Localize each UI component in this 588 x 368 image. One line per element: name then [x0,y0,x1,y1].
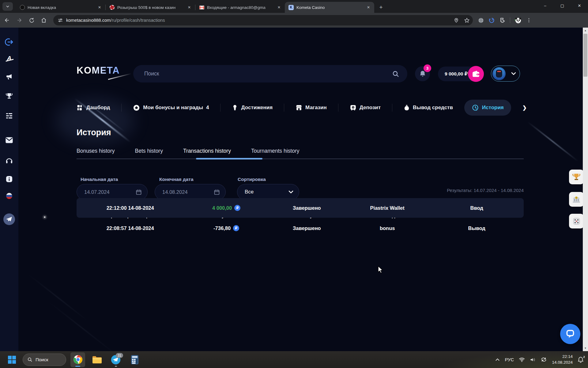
results-range-text: Результаты: 14.07.2024 - 14.08.2024 [447,188,524,193]
wallet-button[interactable] [468,66,484,82]
telegram-icon[interactable] [3,213,15,225]
search-icon[interactable] [392,70,399,78]
nav-withdraw[interactable]: Вывод средств [404,104,453,111]
volume-icon[interactable] [530,357,536,362]
collapse-sidebar-icon[interactable] [5,38,14,46]
cell-method: bonus [345,225,430,231]
tab-casino-raffle[interactable]: Розыгрыш 500$ в новом казин ✕ [106,2,195,13]
scroll-up-arrow[interactable]: ▲ [583,29,588,32]
calendar-icon[interactable] [136,189,142,195]
table-row[interactable]: 22:08:57 14-08-2024 -736,80 ₽ Завершено … [77,218,524,238]
forward-button[interactable] [14,15,24,25]
notification-center-button[interactable]: z [578,356,584,363]
calendar-icon[interactable] [214,189,220,195]
scrollbar-thumb[interactable] [583,34,587,77]
minimize-button[interactable]: – [537,0,554,11]
reload-button[interactable] [26,15,37,25]
bank-icon: $ [572,195,581,204]
bookmark-star-icon[interactable] [464,17,470,23]
nav-shop[interactable]: Магазин [296,104,327,111]
nav-achievements[interactable]: Достижения [232,104,273,111]
tab-transactions-history[interactable]: Transactions history [183,148,231,154]
search-input[interactable] [144,71,392,77]
taskbar-chrome[interactable] [70,352,85,367]
scroll-down-arrow[interactable]: ▼ [583,347,588,350]
telegram-unread-badge: 31 [116,353,123,358]
tab-tournaments-history[interactable]: Tournaments history [251,148,300,154]
language-flag-ru-icon[interactable] [6,192,13,200]
nav-bonuses[interactable]: Мои бонусы и награды 4 [133,104,209,111]
calculator-icon [130,355,139,365]
nav-more-chevron[interactable]: ❯ [522,105,527,111]
start-date-input[interactable] [84,189,118,195]
nav-dashboard[interactable]: Дашборд [77,104,110,111]
site-search-bar[interactable] [133,65,407,82]
kometa-logo[interactable]: KOMETA [77,65,120,76]
nav-deposit[interactable]: Депозит [350,104,381,111]
tab-gmail[interactable]: Входящие - armagnac80@gma ✕ [195,2,285,13]
speed-extension-icon[interactable] [488,17,495,24]
end-date-field[interactable] [155,184,226,200]
profile-panda-avatar[interactable] [514,17,522,24]
close-tab-icon[interactable]: ✕ [366,5,371,10]
bank-widget-button[interactable]: $ [569,192,584,207]
tab-bonuses-history[interactable]: Bonuses history [77,148,115,154]
tab-kometa-casino[interactable]: K Kometa Casino ✕ [285,2,374,13]
promotions-megaphone-icon[interactable] [5,73,13,81]
shop-icon [296,104,302,111]
sort-select[interactable]: Все [237,184,299,200]
end-date-input[interactable] [162,189,196,195]
tournaments-widget-button[interactable] [569,170,584,184]
menu-kebab-icon[interactable] [526,17,532,23]
table-row[interactable]: 22:12:00 14-08-2024 4 000,00 ₽ Завершено… [77,198,524,218]
bonus-ball-icon [133,104,140,111]
star-dot [44,217,45,218]
close-window-button[interactable]: ✕ [571,0,588,11]
ruble-coin-icon: ₽ [233,225,239,231]
browser-toolbar: kometacasino888.com/ru/profile/cash/tran… [0,13,588,28]
dice-widget-button[interactable] [569,214,584,228]
wifi-icon[interactable] [519,357,525,362]
tab-search-button[interactable] [2,2,13,11]
close-tab-icon[interactable]: ✕ [276,5,282,10]
site-settings-icon[interactable] [58,17,63,23]
kometa-mark-icon[interactable]: A [7,55,11,62]
leaderboard-icon[interactable] [6,113,13,119]
taskbar-file-explorer[interactable] [89,352,104,367]
close-tab-icon[interactable]: ✕ [97,5,102,10]
tray-expand-icon[interactable] [495,358,500,361]
start-button[interactable] [8,356,16,364]
new-tab-button[interactable]: + [377,3,385,12]
live-chat-button[interactable] [560,324,580,344]
notification-count-badge: 3 [424,64,431,72]
extensions-puzzle-icon[interactable] [499,17,506,24]
clock[interactable]: 22:14 14.08.2024 [552,354,573,365]
mail-icon[interactable] [5,137,13,144]
address-bar[interactable]: kometacasino888.com/ru/profile/cash/tran… [53,15,473,25]
cell-type: Ввод [430,205,524,211]
page-scrollbar[interactable]: ▲ ▼ [583,28,588,351]
globe-extension-icon[interactable] [478,17,484,24]
taskbar-calculator[interactable] [127,352,142,367]
info-icon[interactable] [6,175,13,183]
taskbar-telegram[interactable]: 31 [108,352,123,367]
language-indicator[interactable]: РУС [505,357,514,362]
account-menu[interactable] [491,66,520,82]
location-pin-icon[interactable] [454,17,459,23]
back-button[interactable] [2,15,12,25]
update-sync-icon[interactable] [541,357,547,362]
taskbar-search[interactable]: Поиск [23,354,66,366]
tournaments-trophy-icon[interactable] [6,92,13,100]
history-subtabs: Bonuses history Bets history Transaction… [77,148,299,154]
home-button[interactable] [39,15,49,25]
url-text[interactable]: kometacasino888.com/ru/profile/cash/tran… [66,18,454,23]
chevron-down-icon [6,5,9,8]
tab-new-tab[interactable]: Новая вкладка ✕ [16,2,105,13]
nav-history[interactable]: История [464,100,511,116]
close-tab-icon[interactable]: ✕ [187,5,192,10]
maximize-button[interactable]: ▢ [554,0,571,11]
tab-bets-history[interactable]: Bets history [135,148,163,154]
support-headphones-icon[interactable] [6,157,13,164]
cell-amount: 4 000,00 ₽ [184,205,269,211]
start-date-field[interactable] [77,184,148,200]
